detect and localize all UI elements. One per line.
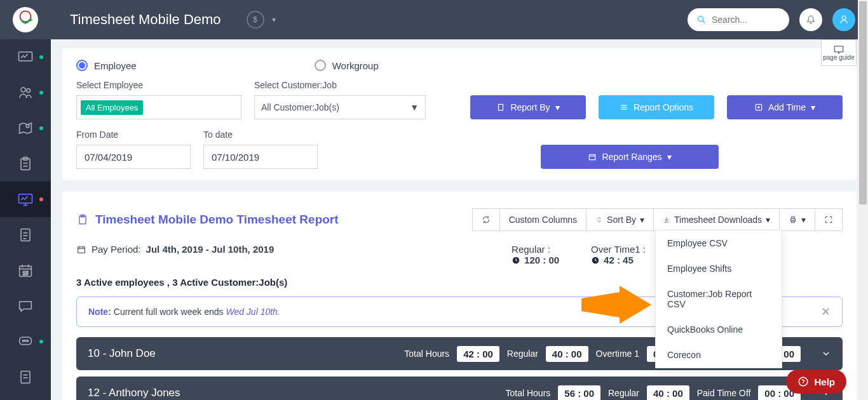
currency-icon[interactable]: $ (247, 11, 264, 29)
chevron-down-icon: ▾ (667, 152, 672, 162)
svg-rect-21 (590, 155, 595, 160)
svg-rect-25 (792, 217, 795, 218)
page-guide-button[interactable]: page guide (821, 39, 857, 66)
calendar-icon (588, 152, 597, 161)
customer-select[interactable]: All Customer:Job(s)▼ (254, 95, 426, 119)
user-icon (838, 14, 850, 25)
svg-point-15 (27, 340, 28, 342)
clock-icon (512, 256, 520, 265)
dropdown-item[interactable]: QuickBooks Online (656, 317, 782, 342)
svg-rect-19 (499, 104, 503, 110)
sidebar-item-dashboard[interactable] (0, 39, 51, 75)
chevron-down-icon: ▾ (640, 215, 644, 225)
app-title: Timesheet Mobile Demo (70, 11, 221, 28)
notifications-button[interactable] (799, 8, 822, 31)
topbar: Timesheet Mobile Demo $ ▾ (51, 0, 868, 39)
dropdown-item[interactable]: Employee Shifts (656, 256, 782, 281)
svg-point-3 (21, 88, 25, 92)
sidebar-item-notes[interactable] (0, 359, 51, 395)
sidebar-item-document[interactable] (0, 217, 51, 253)
chevron-down-icon: ▾ (555, 102, 560, 112)
svg-point-14 (25, 340, 26, 342)
print-button[interactable]: ▾ (779, 208, 815, 231)
employee-row[interactable]: 12 - Anthony Jones Total Hours56 : 00 Re… (76, 377, 843, 400)
filter-card: Employee Workgroup Select Employee All E… (62, 48, 857, 180)
custom-columns-button[interactable]: Custom Columns (499, 208, 587, 231)
radio-workgroup[interactable]: Workgroup (315, 60, 379, 71)
svg-text:15: 15 (22, 270, 29, 276)
svg-point-13 (22, 340, 24, 342)
calendar-icon (76, 244, 86, 255)
timesheet-downloads-button[interactable]: Timesheet Downloads ▾ (653, 208, 780, 231)
regular-stat: Regular : 120 : 00 (512, 244, 559, 265)
dropdown-item[interactable]: Corecon (656, 342, 782, 368)
svg-point-18 (842, 16, 846, 20)
report-title: Timesheet Mobile Demo Timesheet Report (76, 213, 339, 227)
list-icon (620, 103, 628, 112)
sidebar-item-users[interactable] (0, 75, 51, 110)
presentation-icon (833, 45, 844, 54)
chevron-down-icon: ▾ (811, 102, 815, 112)
svg-point-4 (27, 89, 31, 93)
close-icon[interactable]: ✕ (821, 305, 831, 319)
sort-icon (595, 216, 603, 223)
arrow-annotation (581, 286, 651, 324)
select-employee-label: Select Employee (76, 80, 241, 90)
add-time-button[interactable]: Add Time ▾ (727, 95, 843, 119)
sidebar-item-map[interactable] (0, 110, 51, 146)
dropdown-item[interactable]: Customer:Job Report CSV (656, 281, 782, 317)
bell-icon (805, 14, 817, 25)
refresh-button[interactable] (472, 208, 500, 231)
svg-point-5 (26, 124, 29, 128)
sidebar: 15 (0, 0, 51, 400)
help-icon (797, 376, 809, 387)
sidebar-item-chat[interactable] (0, 288, 51, 324)
document-icon (496, 103, 505, 112)
svg-point-17 (698, 17, 703, 22)
chevron-down-icon (821, 349, 831, 359)
sidebar-item-clipboard[interactable] (0, 146, 51, 182)
plus-icon (754, 103, 763, 112)
clock-icon (591, 256, 600, 265)
report-options-button[interactable]: Report Options (599, 95, 714, 119)
svg-marker-30 (581, 286, 651, 324)
from-date-label: From Date (76, 130, 191, 140)
expand-button[interactable] (815, 208, 843, 231)
employee-select[interactable]: All Employees (76, 95, 241, 119)
chevron-down-icon[interactable]: ▾ (272, 15, 276, 24)
select-customer-label: Select Customer:Job (254, 80, 426, 90)
help-button[interactable]: Help (786, 370, 846, 394)
refresh-icon (482, 215, 491, 224)
sidebar-item-reports[interactable] (0, 182, 51, 217)
chevron-down-icon: ▾ (766, 215, 770, 225)
report-ranges-button[interactable]: Report Ranges ▾ (541, 145, 719, 169)
svg-rect-16 (21, 371, 30, 383)
svg-marker-1 (30, 18, 33, 22)
chevron-down-icon: ▾ (801, 215, 806, 225)
search-icon (696, 15, 707, 25)
svg-rect-31 (834, 46, 843, 51)
svg-rect-27 (78, 247, 85, 253)
from-date-input[interactable] (76, 145, 191, 169)
pay-period: Pay Period: Jul 4th, 2019 - Jul 10th, 20… (76, 244, 274, 255)
sidebar-item-calendar[interactable]: 15 (0, 253, 51, 288)
to-date-label: To date (203, 130, 318, 140)
to-date-input[interactable] (203, 145, 318, 169)
overtime-stat: Over Time1 : 42 : 45 (591, 244, 646, 265)
profile-button[interactable] (832, 8, 855, 31)
dropdown-item[interactable]: Employee CSV (656, 230, 782, 256)
print-icon (789, 215, 797, 224)
dropdown-caret-icon: ▼ (410, 102, 419, 112)
sidebar-item-messages[interactable] (0, 324, 51, 359)
downloads-dropdown: Employee CSV Employee Shifts Customer:Jo… (655, 230, 782, 368)
search-input[interactable] (688, 8, 789, 31)
sort-by-button[interactable]: Sort By ▾ (586, 208, 654, 231)
download-icon (663, 216, 670, 223)
expand-icon (824, 215, 833, 224)
clipboard-icon (76, 213, 89, 226)
report-by-button[interactable]: Report By ▾ (470, 95, 586, 119)
radio-employee[interactable]: Employee (76, 60, 137, 71)
logo[interactable] (0, 0, 51, 39)
